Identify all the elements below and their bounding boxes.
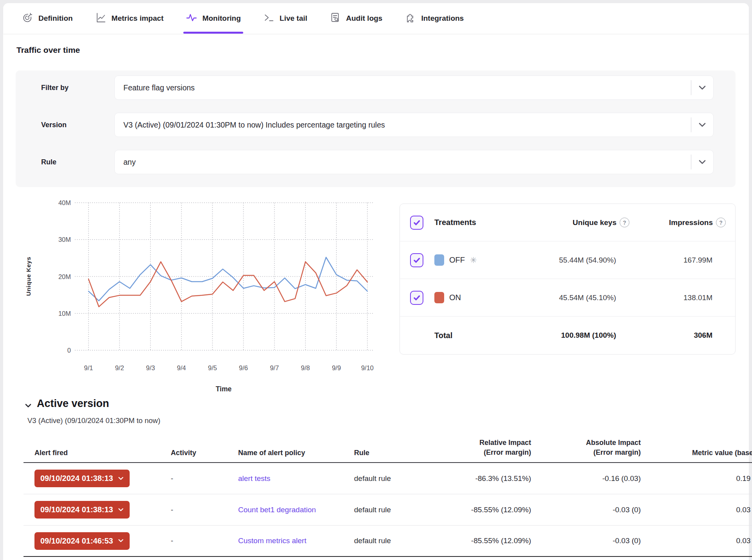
help-icon[interactable]: ? [716, 218, 726, 227]
tab-metrics-impact[interactable]: Metrics impact [95, 3, 164, 34]
collapse-chevron-icon[interactable] [24, 403, 32, 410]
svg-text:Unique Keys: Unique Keys [25, 257, 32, 296]
chevron-down-icon[interactable] [691, 160, 713, 164]
svg-text:40M: 40M [58, 199, 71, 206]
default-treatment-icon: ✳ [470, 256, 477, 265]
treatments-total-row: Total 100.98M (100%) 306M [400, 317, 735, 354]
tab-monitoring[interactable]: Monitoring [186, 3, 241, 34]
off-unique-keys: 55.44M (54.90%) [521, 256, 629, 265]
alert-activity: - [161, 474, 224, 483]
svg-text:9/9: 9/9 [332, 364, 341, 371]
active-version-title: Active version [37, 398, 109, 410]
svg-text:9/1: 9/1 [84, 364, 93, 371]
alert-fired-badge[interactable]: 09/10/2024 01:38:13 [34, 470, 130, 487]
alert-policy-link[interactable]: Count bet1 degradation [238, 506, 316, 514]
relative-impact-value: -85.55% (12.09%) [419, 537, 531, 545]
svg-text:9/7: 9/7 [270, 364, 279, 371]
svg-text:Time: Time [216, 385, 232, 393]
version-select[interactable]: V3 (Active) (09/01/2024 01:30PM to now) … [114, 113, 714, 137]
absolute-impact-value: -0.03 (0) [531, 537, 641, 545]
absolute-impact-value: -0.16 (0.03) [531, 474, 641, 483]
puzzle-icon [404, 12, 416, 25]
tab-live-tail[interactable]: Live tail [263, 3, 307, 34]
alert-fired-badge[interactable]: 09/10/2024 01:46:53 [34, 532, 130, 550]
alert-rule: default rule [337, 537, 419, 545]
alert-row: 09/10/2024 01:38:13 - alert tests defaul… [24, 463, 752, 494]
tab-label: Definition [38, 14, 73, 23]
treatment-row-off: OFF ✳ 55.44M (54.90%) 167.99M [400, 241, 735, 279]
tab-label: Audit logs [346, 14, 383, 23]
version-label: Version [41, 121, 114, 129]
tab-label: Integrations [421, 14, 464, 23]
rule-label: Rule [41, 158, 114, 166]
relative-impact-value: -85.55% (12.09%) [419, 506, 531, 514]
filter-by-value: Feature flag versions [123, 83, 691, 92]
tab-label: Live tail [280, 14, 307, 23]
alerts-table: Alert fired Activity Name of alert polic… [24, 432, 752, 557]
tab-audit-logs[interactable]: Audit logs [329, 3, 383, 34]
svg-text:9/10: 9/10 [361, 364, 374, 371]
metric-value-header: Metric value (basel [641, 432, 752, 462]
alert-rule: default rule [337, 506, 419, 514]
total-label: Total [434, 331, 521, 340]
active-version-subtitle: V3 (Active) (09/10/2024 01:30PM to now) [27, 416, 160, 425]
impressions-header: Impressions ? [629, 218, 726, 227]
on-unique-keys: 45.54M (45.10%) [521, 294, 629, 302]
rule-header: Rule [337, 432, 419, 462]
svg-text:9/3: 9/3 [146, 364, 155, 371]
treatments-select-all-checkbox[interactable] [410, 216, 423, 230]
page-title: Traffic over time [16, 45, 80, 55]
alert-policy-header: Name of alert policy [224, 432, 337, 462]
tab-label: Metrics impact [112, 14, 164, 23]
alert-row: 09/10/2024 01:38:13 - Count bet1 degrada… [24, 494, 752, 526]
treatment-name: ON [449, 293, 461, 302]
filter-panel: Filter by Feature flag versions Version … [16, 70, 736, 187]
tab-definition[interactable]: Definition [22, 3, 73, 34]
chevron-down-icon [118, 508, 124, 512]
relative-impact-header: Relative Impact (Error margin) [419, 432, 531, 462]
svg-text:9/2: 9/2 [115, 364, 124, 371]
tab-label: Monitoring [202, 14, 241, 23]
treatments-panel: Treatments Unique keys ? Impressions ? O… [400, 203, 736, 355]
metric-value: 0.19 ( [641, 474, 752, 483]
filter-by-select[interactable]: Feature flag versions [114, 76, 714, 100]
alert-policy-link[interactable]: Custom metrics alert [238, 537, 306, 545]
chevron-down-icon[interactable] [691, 85, 713, 90]
version-value: V3 (Active) (09/01/2024 01:30PM to now) … [123, 121, 691, 130]
rule-select[interactable]: any [114, 150, 714, 174]
on-color-swatch [434, 292, 444, 303]
unique-keys-header: Unique keys ? [521, 218, 629, 227]
alert-policy-link[interactable]: alert tests [238, 474, 270, 483]
off-color-swatch [434, 254, 444, 266]
chart-trend-icon [95, 12, 107, 25]
traffic-line-chart: 010M20M30M40M9/19/29/39/49/59/69/79/89/9… [19, 199, 379, 394]
filter-row-filter-by: Filter by Feature flag versions [41, 76, 714, 100]
alert-activity: - [161, 537, 224, 545]
svg-text:0: 0 [67, 347, 71, 354]
absolute-impact-header: Absolute Impact (Error margin) [531, 432, 641, 462]
tab-bar: Definition Metrics impact Monitoring [3, 3, 749, 34]
treatment-row-on: ON 45.54M (45.10%) 138.01M [400, 279, 735, 317]
filter-by-label: Filter by [41, 84, 114, 92]
svg-text:9/4: 9/4 [177, 364, 186, 371]
svg-text:20M: 20M [58, 273, 71, 280]
alert-rule: default rule [337, 474, 419, 483]
total-impressions: 306M [629, 331, 726, 340]
metric-value: 0.03 ( [641, 506, 752, 514]
tab-integrations[interactable]: Integrations [404, 3, 464, 34]
traffic-chart-svg: 010M20M30M40M9/19/29/39/49/59/69/79/89/9… [19, 199, 379, 394]
chevron-down-icon[interactable] [691, 122, 713, 127]
treatment-off-checkbox[interactable] [410, 253, 423, 267]
alert-row: 09/10/2024 01:46:53 - Custom metrics ale… [24, 526, 752, 557]
help-icon[interactable]: ? [620, 218, 629, 227]
main-content-card: Definition Metrics impact Monitoring [3, 3, 749, 560]
alert-fired-badge[interactable]: 09/10/2024 01:38:13 [34, 501, 130, 519]
target-edit-icon [22, 12, 33, 25]
pulse-icon [186, 12, 197, 25]
relative-impact-value: -86.3% (13.51%) [419, 474, 531, 483]
treatments-header: Treatments [434, 218, 521, 227]
treatment-on-checkbox[interactable] [410, 291, 423, 305]
activity-header: Activity [161, 432, 224, 462]
filter-row-rule: Rule any [41, 150, 714, 174]
chevron-down-icon [118, 539, 124, 543]
